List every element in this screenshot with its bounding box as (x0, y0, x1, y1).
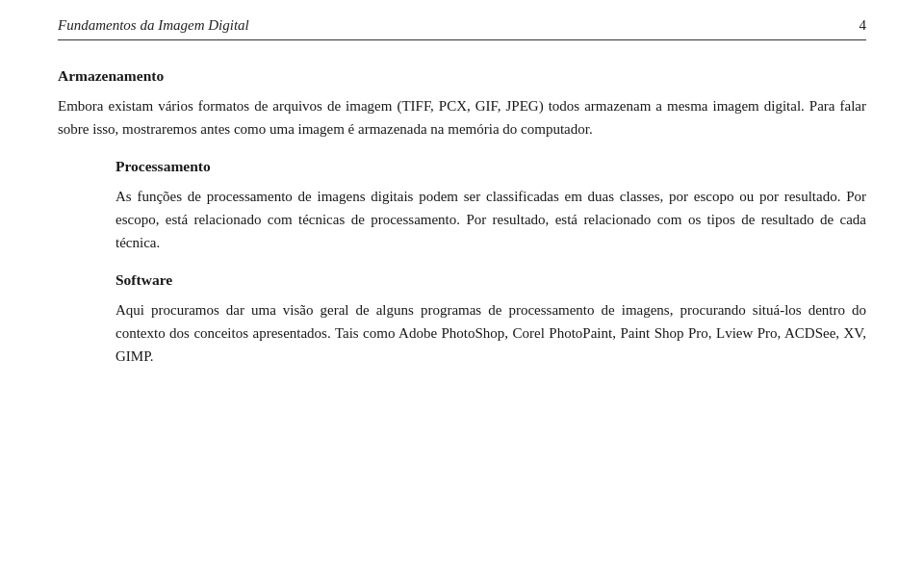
heading-armazenamento: Armazenamento (58, 67, 866, 85)
heading-processamento: Processamento (116, 158, 866, 175)
page-number: 4 (860, 17, 867, 34)
para-armazenamento-1: Embora existam vários formatos de arquiv… (58, 94, 866, 141)
para-software-1: Aqui procuramos dar uma visão geral de a… (116, 298, 866, 368)
para-processamento-1: As funções de processamento de imagens d… (116, 185, 866, 254)
section-software: Software Aqui procuramos dar uma visão g… (58, 271, 866, 368)
heading-software: Software (116, 271, 866, 289)
section-processamento: Processamento As funções de processament… (58, 158, 866, 254)
section-armazenamento: Armazenamento Embora existam vários form… (58, 67, 866, 141)
page-header: Fundamentos da Imagem Digital 4 (58, 17, 866, 40)
header-title: Fundamentos da Imagem Digital (58, 17, 249, 34)
